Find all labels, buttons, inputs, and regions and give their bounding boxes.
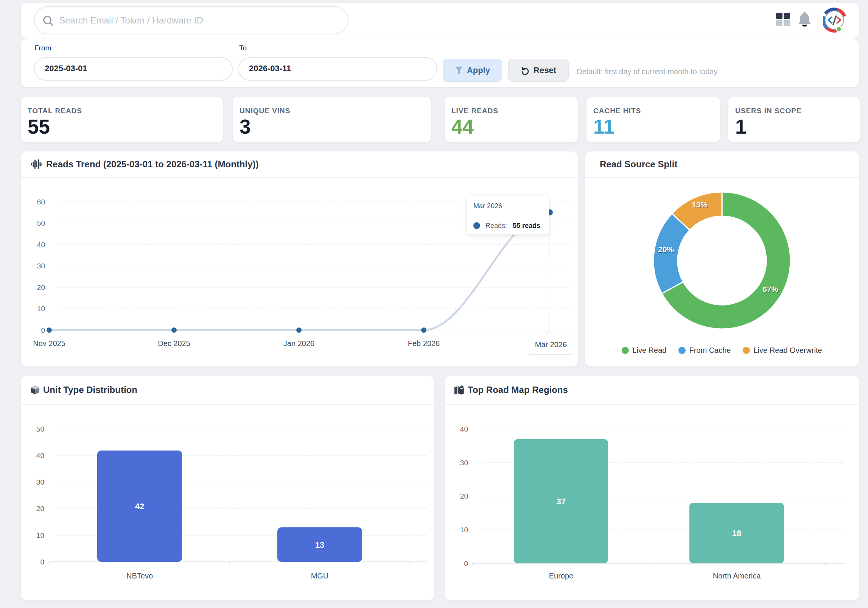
svg-text:67%: 67% (762, 285, 778, 293)
svg-text:13%: 13% (692, 200, 708, 209)
svg-text:20%: 20% (658, 245, 674, 254)
